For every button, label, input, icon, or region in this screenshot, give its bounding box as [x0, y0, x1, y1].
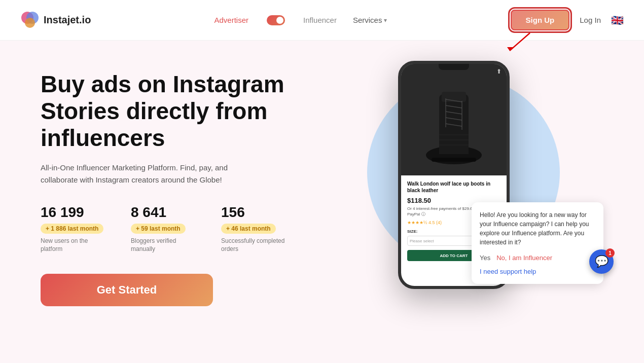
stat-users-label: New users on the platform — [41, 237, 106, 254]
stat-orders: 156 + 46 last month Successfully complet… — [221, 204, 287, 254]
boot-image-svg — [401, 64, 507, 175]
toggle-switch[interactable] — [267, 15, 285, 25]
get-started-button[interactable]: Get Started — [41, 274, 213, 306]
stats-row: 16 199 + 1 886 last month New users on t… — [41, 204, 304, 254]
stat-users-number: 16 199 — [41, 204, 106, 221]
chat-yes-button[interactable]: Yes — [480, 254, 490, 262]
hero-left: Buy ads on Instagram Stories directly fr… — [41, 66, 304, 306]
stat-orders-badge: + 46 last month — [221, 224, 276, 234]
stat-users: 16 199 + 1 886 last month New users on t… — [41, 204, 106, 254]
hero-right: ⬆ Walk London wolf lace up boots in blac… — [304, 66, 603, 289]
phone-share-icon: ⬆ — [496, 68, 502, 75]
chat-actions: Yes No, I am Influencer — [480, 254, 595, 262]
nav-advertiser[interactable]: Advertiser — [214, 16, 249, 24]
phone-product-title: Walk London wolf lace up boots in black … — [407, 180, 500, 194]
stat-orders-label: Successfully completed orders — [221, 237, 287, 254]
stat-orders-number: 156 — [221, 204, 287, 221]
chat-message: Hello! Are you looking for a new way for… — [480, 210, 595, 247]
svg-point-2 — [25, 18, 35, 28]
hero-subtitle: All-in-One Influencer Marketing Platform… — [41, 162, 254, 186]
logo[interactable]: Instajet.io — [20, 11, 91, 30]
advertiser-influencer-toggle[interactable] — [267, 15, 285, 25]
chat-support-row: I need support help — [480, 267, 595, 276]
language-flag[interactable]: 🇬🇧 — [611, 14, 624, 26]
stat-bloggers-number: 8 641 — [131, 204, 197, 221]
chat-widget-button[interactable]: 💬 1 — [589, 249, 614, 274]
logo-icon — [20, 11, 40, 30]
nav-influencer[interactable]: Influencer — [303, 16, 337, 24]
nav-links: Advertiser Influencer Services ▾ — [214, 15, 387, 25]
toggle-dot — [276, 17, 283, 24]
svg-rect-7 — [439, 94, 469, 160]
chat-support-button[interactable]: I need support help — [480, 268, 536, 275]
chat-badge: 1 — [605, 248, 615, 258]
hero-title: Buy ads on Instagram Stories directly fr… — [41, 71, 304, 152]
logo-text: Instajet.io — [44, 14, 91, 26]
navbar: Instajet.io Advertiser Influencer Servic… — [0, 0, 644, 41]
nav-services[interactable]: Services ▾ — [353, 16, 387, 24]
chat-no-button[interactable]: No, I am Influencer — [496, 254, 552, 262]
stat-users-badge: + 1 886 last month — [41, 224, 103, 234]
chat-bubble: Hello! Are you looking for a new way for… — [472, 202, 603, 284]
signup-button[interactable]: Sign Up — [511, 10, 570, 30]
svg-rect-20 — [432, 158, 476, 162]
phone-notch — [439, 64, 469, 70]
stat-bloggers: 8 641 + 59 last month Bloggers verified … — [131, 204, 197, 254]
chevron-down-icon: ▾ — [384, 17, 387, 24]
stat-bloggers-label: Bloggers verified manually — [131, 237, 197, 254]
phone-product-image: ⬆ — [401, 64, 507, 175]
login-link[interactable]: Log In — [580, 16, 601, 24]
stat-bloggers-badge: + 59 last month — [131, 224, 186, 234]
chat-widget-icon: 💬 — [595, 255, 609, 268]
hero-section: Buy ads on Instagram Stories directly fr… — [0, 41, 644, 363]
nav-right: Sign Up Log In 🇬🇧 — [511, 10, 624, 30]
